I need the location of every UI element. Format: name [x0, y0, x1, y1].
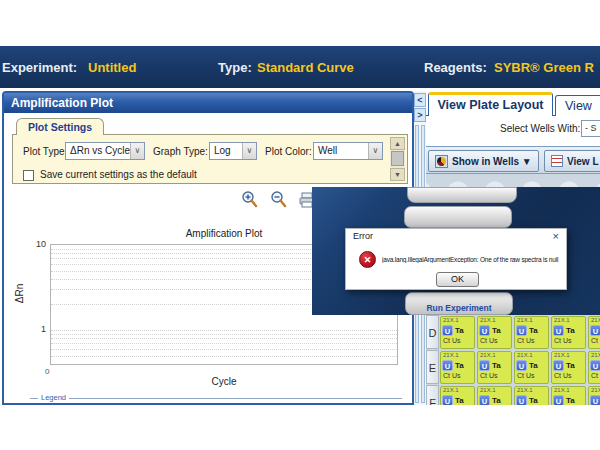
plate-row-label[interactable]: E	[426, 350, 439, 384]
plate-well[interactable]: 21X.1UTaCt Us	[588, 316, 600, 349]
well-task-icon: U	[553, 360, 564, 371]
well-bottom-text: Ct Us	[552, 372, 585, 379]
well-task-icon: U	[516, 360, 527, 371]
panel-title: Amplification Plot	[4, 93, 412, 113]
zoom-out-icon[interactable]	[269, 190, 289, 210]
view-legend-button[interactable]: View L	[544, 150, 600, 172]
well-task-icon: U	[553, 395, 564, 405]
well-main-row: UTa	[441, 394, 474, 405]
plate-well[interactable]: 21X.1UTaCt Us	[588, 386, 600, 405]
plot-type-value: ΔRn vs Cycle	[70, 145, 130, 156]
app-window: Experiment: Untitled Type: Standard Curv…	[0, 0, 600, 450]
zoom-in-icon[interactable]	[240, 190, 260, 210]
well-bottom-text: Ct Us	[478, 337, 511, 344]
well-task-icon: U	[442, 360, 453, 371]
well-task-icon: U	[479, 325, 490, 336]
select-wells-dropdown[interactable]: - S	[581, 120, 600, 137]
well-sample-text: 21X.1	[515, 317, 548, 324]
plate-well[interactable]: 21X.1UTaCt Us	[514, 351, 549, 384]
scroll-up-icon[interactable]: ▲	[390, 137, 405, 150]
run-experiment-label: Run Experiment	[406, 303, 512, 313]
x-axis-label: Cycle	[50, 376, 398, 387]
chevron-down-icon: ∨	[130, 143, 144, 159]
settings-scrollbar[interactable]: ▲ ▼	[390, 137, 405, 181]
chevron-down-icon: ∨	[368, 143, 382, 159]
graph-type-select[interactable]: Log ∨	[209, 142, 257, 160]
y-tick-1: 1	[28, 324, 46, 334]
well-main-row: UTa	[515, 359, 548, 372]
well-target-text: Ta	[455, 361, 464, 370]
well-main-row: UTa	[589, 359, 600, 372]
plate-well[interactable]: 21X.1UTaCt Us	[514, 386, 549, 405]
plate-well[interactable]: 21X.1UTaCt Us	[551, 316, 586, 349]
graph-type-value: Log	[214, 145, 231, 156]
well-target-text: Ta	[529, 361, 538, 370]
error-dialog: Error × ✕ java.lang.IllegalArgumentExcep…	[345, 228, 567, 290]
well-target-text: Ta	[492, 326, 501, 335]
y-tick-10: 10	[28, 239, 46, 249]
plate-well[interactable]: 21X.1UTaCt Us	[588, 351, 600, 384]
plot-color-value: Well	[318, 145, 337, 156]
run-menu-button-middle[interactable]	[404, 206, 512, 228]
well-sample-text: 21X.1	[552, 317, 585, 324]
plot-color-select[interactable]: Well ∨	[313, 142, 383, 160]
gridline	[51, 356, 397, 357]
plate-well[interactable]: 21X.1UTaCt Us	[514, 316, 549, 349]
well-bottom-text: Ct Us	[589, 337, 600, 344]
well-bottom-text: Ct Us	[515, 372, 548, 379]
plate-well[interactable]: 21X.1UTaCt Us	[440, 351, 475, 384]
well-task-icon: U	[479, 360, 490, 371]
scroll-down-icon[interactable]: ▼	[390, 168, 405, 181]
gridline	[51, 338, 397, 339]
scrollbar-thumb[interactable]	[391, 151, 404, 166]
experiment-value: Untitled	[88, 60, 136, 75]
tab-plot-settings[interactable]: Plot Settings	[16, 118, 104, 135]
well-main-row: UTa	[441, 359, 474, 372]
plot-type-select[interactable]: ΔRn vs Cycle ∨	[65, 142, 145, 160]
well-sample-text: 21X.1	[515, 387, 548, 394]
collapse-left-icon[interactable]: <	[414, 93, 426, 107]
tab-view-well-table[interactable]: View	[555, 95, 600, 116]
plate-well[interactable]: 21X.1UTaCt Us	[440, 386, 475, 405]
show-in-wells-button[interactable]: Show in Wells ▼	[428, 150, 539, 172]
well-bottom-text: Ct Us	[478, 372, 511, 379]
well-main-row: UTa	[552, 359, 585, 372]
error-message: java.lang.IllegalArgumentException: One …	[382, 256, 564, 263]
legend-fieldset: Legend	[30, 398, 402, 404]
close-icon[interactable]: ×	[553, 230, 559, 242]
tab-view-plate-layout[interactable]: View Plate Layout	[428, 92, 553, 116]
plate-well[interactable]: 21X.1UTaCt Us	[440, 316, 475, 349]
plate-well[interactable]: 21X.1UTaCt Us	[551, 351, 586, 384]
run-experiment-button[interactable]: Run Experiment	[405, 292, 513, 315]
plate-well[interactable]: 21X.1UTaCt Us	[551, 386, 586, 405]
well-task-icon: U	[479, 395, 490, 405]
plot-type-label: Plot Type:	[23, 146, 67, 157]
well-target-text: Ta	[529, 396, 538, 405]
x-tick-0: 0	[45, 367, 49, 376]
show-in-wells-label: Show in Wells ▼	[452, 156, 532, 167]
well-sample-text: 21X.1	[441, 387, 474, 394]
well-sample-text: 21X.1	[478, 317, 511, 324]
plate-well[interactable]: 21X.1UTaCt Us	[477, 351, 512, 384]
well-sample-text: 21X.1	[589, 352, 600, 359]
well-main-row: UTa	[515, 324, 548, 337]
select-wells-label: Select Wells With:	[500, 123, 580, 134]
gridline	[51, 343, 397, 344]
save-default-label: Save current settings as the default	[40, 169, 197, 180]
plate-well[interactable]: 21X.1UTaCt Us	[477, 316, 512, 349]
well-sample-text: 21X.1	[589, 317, 600, 324]
gridline	[51, 334, 397, 335]
well-sample-text: 21X.1	[552, 387, 585, 394]
plate-well[interactable]: 21X.1UTaCt Us	[477, 386, 512, 405]
reagents-value: SYBR® Green R	[494, 60, 594, 75]
save-default-checkbox[interactable]	[23, 170, 34, 181]
plate-row-label[interactable]: F	[426, 385, 439, 405]
plate-row-label[interactable]: D	[426, 315, 439, 349]
gridline	[51, 330, 397, 331]
expand-right-icon[interactable]: >	[414, 108, 426, 122]
run-menu-button-top[interactable]	[407, 187, 517, 203]
ok-button[interactable]: OK	[436, 272, 479, 287]
type-value: Standard Curve	[257, 60, 354, 75]
table-legend-icon	[551, 155, 563, 167]
well-task-icon: U	[442, 395, 453, 405]
